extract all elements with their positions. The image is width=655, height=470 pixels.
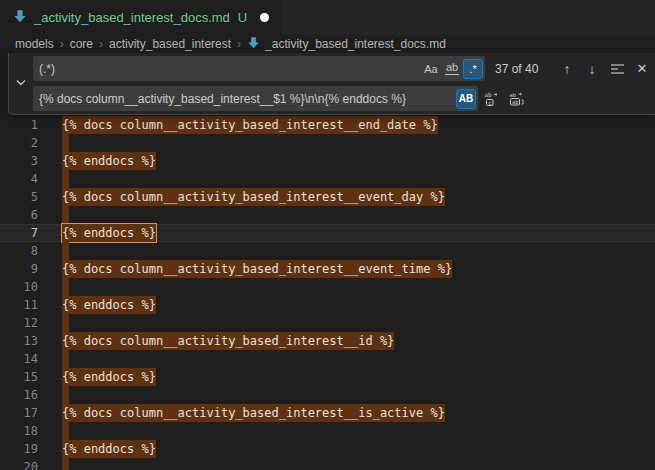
- line-content[interactable]: [62, 386, 69, 404]
- find-in-selection-button[interactable]: [606, 58, 628, 80]
- line-content[interactable]: {% docs column__activity_based_interest_…: [62, 260, 452, 278]
- line-number[interactable]: 8: [0, 242, 38, 260]
- line-number[interactable]: 6: [0, 206, 38, 224]
- line-content[interactable]: {% docs column__activity_based_interest_…: [62, 116, 438, 134]
- line-number[interactable]: 19: [0, 440, 38, 458]
- match-highlight: {% enddocs %}: [62, 296, 156, 314]
- replace-input[interactable]: {% docs column__activity_based_interest_…: [33, 86, 478, 111]
- next-match-button[interactable]: ↓: [581, 58, 603, 80]
- code-line[interactable]: 20: [0, 458, 655, 470]
- code-line[interactable]: 17{% docs column__activity_based_interes…: [0, 404, 655, 422]
- code-line[interactable]: 7{% enddocs %}: [0, 224, 655, 242]
- code-line[interactable]: 6: [0, 206, 655, 224]
- svg-text:ab: ab: [510, 91, 517, 97]
- breadcrumb-item-file[interactable]: _activity_based_interest_docs.md: [247, 36, 446, 52]
- regex-toggle[interactable]: .*: [463, 59, 483, 79]
- line-number[interactable]: 11: [0, 296, 38, 314]
- line-content[interactable]: [62, 170, 69, 188]
- line-number[interactable]: 20: [0, 458, 38, 470]
- match-count: 37 of 40: [495, 62, 547, 76]
- code-line[interactable]: 11{% enddocs %}: [0, 296, 655, 314]
- find-input[interactable]: (.*) Aa ab .*: [33, 56, 485, 81]
- line-content[interactable]: {% enddocs %}: [62, 296, 156, 314]
- code-line[interactable]: 14: [0, 350, 655, 368]
- tab-bar: _activity_based_interest_docs.md U: [0, 0, 655, 35]
- line-number[interactable]: 9: [0, 260, 38, 278]
- breadcrumb-separator: ›: [237, 37, 241, 51]
- find-widget: (.*) Aa ab .* 37 of 40 ↑ ↓: [8, 53, 655, 115]
- code-line[interactable]: 12: [0, 314, 655, 332]
- replace-all-button[interactable]: ab ab: [506, 88, 528, 110]
- line-number[interactable]: 18: [0, 422, 38, 440]
- line-content[interactable]: [62, 206, 69, 224]
- line-number[interactable]: 5: [0, 188, 38, 206]
- code-line[interactable]: 9{% docs column__activity_based_interest…: [0, 260, 655, 278]
- match-highlight: {% docs column__activity_based_interest_…: [62, 260, 452, 278]
- find-query-text: (.*): [39, 62, 420, 76]
- previous-match-button[interactable]: ↑: [556, 58, 578, 80]
- code-line[interactable]: 2: [0, 134, 655, 152]
- line-number[interactable]: 16: [0, 386, 38, 404]
- line-number[interactable]: 14: [0, 350, 38, 368]
- match-case-toggle[interactable]: Aa: [421, 59, 441, 79]
- code-line[interactable]: 13{% docs column__activity_based_interes…: [0, 332, 655, 350]
- empty-match-highlight: [62, 314, 69, 332]
- empty-match-highlight: [62, 386, 69, 404]
- svg-text:c: c: [488, 98, 492, 105]
- empty-match-highlight: [62, 206, 69, 224]
- whole-word-toggle[interactable]: ab: [442, 59, 462, 79]
- line-number[interactable]: 2: [0, 134, 38, 152]
- line-number[interactable]: 4: [0, 170, 38, 188]
- editor-pane[interactable]: 1{% docs column__activity_based_interest…: [0, 53, 655, 470]
- line-content[interactable]: [62, 314, 69, 332]
- breadcrumb-separator: ›: [60, 37, 64, 51]
- breadcrumb-item-core[interactable]: core: [70, 37, 93, 51]
- code-line[interactable]: 15{% enddocs %}: [0, 368, 655, 386]
- code-line[interactable]: 4: [0, 170, 655, 188]
- line-content[interactable]: {% enddocs %}: [62, 224, 156, 242]
- toggle-replace-button[interactable]: [9, 53, 33, 114]
- line-number[interactable]: 13: [0, 332, 38, 350]
- code-line[interactable]: 8: [0, 242, 655, 260]
- unsaved-changes-dot[interactable]: [260, 13, 269, 22]
- code-line[interactable]: 1{% docs column__activity_based_interest…: [0, 116, 655, 134]
- line-content[interactable]: [62, 458, 69, 470]
- breadcrumb-item-activity_based_interest[interactable]: activity_based_interest: [109, 37, 231, 51]
- code-line[interactable]: 10: [0, 278, 655, 296]
- line-content[interactable]: {% docs column__activity_based_interest_…: [62, 404, 445, 422]
- line-content[interactable]: {% enddocs %}: [62, 368, 156, 386]
- line-number[interactable]: 15: [0, 368, 38, 386]
- line-number[interactable]: 17: [0, 404, 38, 422]
- match-highlight: {% enddocs %}: [62, 368, 156, 386]
- code-line[interactable]: 5{% docs column__activity_based_interest…: [0, 188, 655, 206]
- svg-text:ab: ab: [512, 98, 519, 104]
- line-content[interactable]: [62, 134, 69, 152]
- line-content[interactable]: [62, 350, 69, 368]
- code-line[interactable]: 3{% enddocs %}: [0, 152, 655, 170]
- git-status-badge: U: [238, 10, 247, 25]
- code-line[interactable]: 16: [0, 386, 655, 404]
- line-number[interactable]: 12: [0, 314, 38, 332]
- code-line[interactable]: 19{% enddocs %}: [0, 440, 655, 458]
- line-content[interactable]: [62, 422, 69, 440]
- line-content[interactable]: {% enddocs %}: [62, 440, 156, 458]
- line-content[interactable]: {% docs column__activity_based_interest_…: [62, 332, 394, 350]
- line-number[interactable]: 10: [0, 278, 38, 296]
- replace-button[interactable]: ab c: [481, 88, 503, 110]
- match-highlight: {% enddocs %}: [62, 152, 156, 170]
- line-number[interactable]: 1: [0, 116, 38, 134]
- line-content[interactable]: [62, 242, 69, 260]
- line-content[interactable]: {% enddocs %}: [62, 152, 156, 170]
- close-find-widget-button[interactable]: ✕: [631, 58, 653, 80]
- tab-activity-docs[interactable]: _activity_based_interest_docs.md U: [0, 0, 282, 35]
- markdown-file-icon: [13, 9, 27, 27]
- line-number[interactable]: 7: [0, 224, 38, 242]
- line-content[interactable]: {% docs column__activity_based_interest_…: [62, 188, 445, 206]
- line-content[interactable]: [62, 278, 69, 296]
- line-number[interactable]: 3: [0, 152, 38, 170]
- empty-match-highlight: [62, 350, 69, 368]
- chevron-down-icon: [13, 74, 29, 94]
- preserve-case-toggle[interactable]: AB: [456, 89, 476, 109]
- breadcrumb-item-models[interactable]: models: [15, 37, 54, 51]
- code-line[interactable]: 18: [0, 422, 655, 440]
